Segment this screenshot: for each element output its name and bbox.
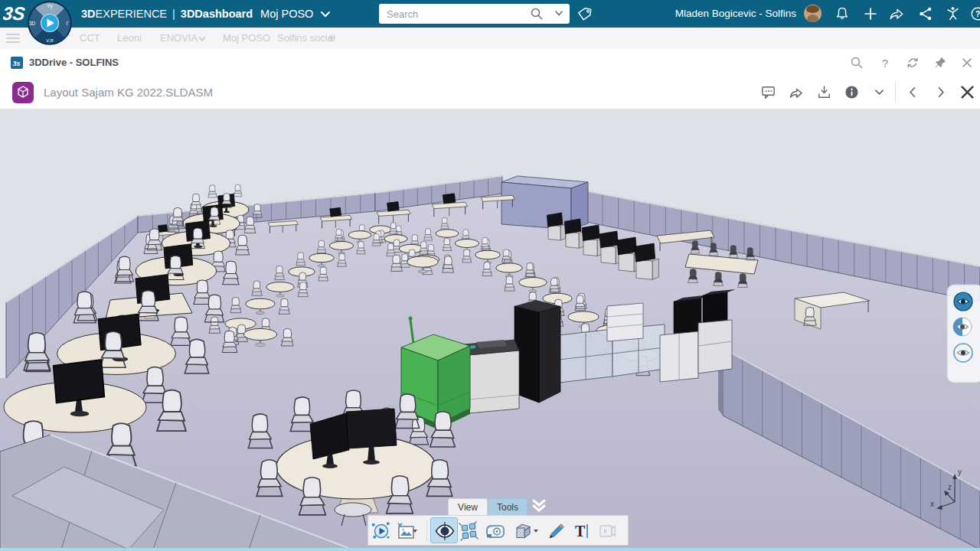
share-icon[interactable] xyxy=(788,84,804,100)
tab-enovia-chevron-icon[interactable] xyxy=(198,36,207,42)
section-dropdown-caret-icon[interactable] xyxy=(534,530,538,533)
tab-cct[interactable]: CCT xyxy=(80,28,100,49)
svg-text:i': i' xyxy=(67,21,69,26)
bottom-edge-strip xyxy=(0,548,980,551)
file-title-bar: Layout Sajam KG 2022.SLDASM xyxy=(0,76,980,109)
svg-text:3s: 3s xyxy=(13,60,21,67)
markup-pencil-icon[interactable] xyxy=(547,521,567,541)
share-forward-icon[interactable] xyxy=(888,5,905,22)
3ds-logo-icon[interactable]: 3S xyxy=(3,2,29,24)
app-close-icon[interactable] xyxy=(960,56,974,70)
3d-viewport[interactable]: yzx View Tools T xyxy=(0,109,980,548)
eye-icon xyxy=(434,520,456,542)
brand-3d: 3D xyxy=(81,8,96,20)
divider xyxy=(895,82,896,103)
download-icon[interactable] xyxy=(816,84,832,100)
svg-text:?: ? xyxy=(882,57,888,70)
svg-text:y: y xyxy=(958,468,962,476)
hide-show-button[interactable] xyxy=(430,517,458,543)
toolbar-separator xyxy=(426,520,427,541)
app-help-icon[interactable]: ? xyxy=(878,56,892,70)
app-search-icon[interactable] xyxy=(850,56,864,70)
svg-text:3D: 3D xyxy=(29,21,36,26)
refresh-icon[interactable] xyxy=(906,56,920,70)
svg-text:?: ? xyxy=(975,10,980,18)
fit-all-icon[interactable] xyxy=(459,521,479,541)
brand-divider: | xyxy=(172,8,175,20)
3d-scene: yzx xyxy=(0,109,980,548)
toolbar-collapse-chevron-icon[interactable] xyxy=(529,497,549,515)
add-tab-button[interactable]: + xyxy=(328,28,335,49)
notifications-bell-icon[interactable] xyxy=(834,5,851,22)
help-circle-icon[interactable]: ? xyxy=(969,5,980,22)
brand-title: 3DEXPERIENCE|3DDashboardMoj POSO xyxy=(81,0,331,28)
tab-enovia[interactable]: ENOVIA xyxy=(160,28,198,49)
top-bar: 3S Yy 3D i' V,R 3DEXPERIENCE|3DDashboard… xyxy=(0,0,980,28)
file-cube-icon xyxy=(12,82,34,103)
section-icon[interactable] xyxy=(513,521,533,541)
toolbar-tab-tools[interactable]: Tools xyxy=(488,498,528,515)
user-name[interactable]: Mladen Bogicevic - Solfins xyxy=(675,0,796,28)
3dcompass-icon[interactable]: Yy 3D i' V,R xyxy=(28,1,72,45)
next-icon[interactable] xyxy=(933,84,949,100)
chevron-down-icon[interactable] xyxy=(320,11,331,18)
search-icon[interactable] xyxy=(530,7,544,21)
tab-moj-poso[interactable]: Moj POSO xyxy=(223,28,270,49)
menu-hamburger-icon[interactable] xyxy=(6,34,20,43)
share-nodes-icon[interactable] xyxy=(917,5,934,22)
file-name: Layout Sajam KG 2022.SLDASM xyxy=(44,76,213,109)
capture-dropdown-caret-icon[interactable] xyxy=(413,530,417,533)
communities-person-icon[interactable] xyxy=(945,5,962,22)
tab-leoni[interactable]: Leoni xyxy=(117,28,142,49)
3dexperience-window: 3S Yy 3D i' V,R 3DEXPERIENCE|3DDashboard… xyxy=(0,0,980,551)
comments-icon[interactable] xyxy=(760,84,776,100)
app-name: 3DDashboard xyxy=(181,8,253,20)
svg-text:3S: 3S xyxy=(3,3,26,24)
dashboard-tab-row: CCT Leoni ENOVIA Moj POSO Solfins social… xyxy=(0,28,980,50)
search-box xyxy=(379,4,570,24)
play-ambience-icon[interactable] xyxy=(371,521,391,541)
previous-icon[interactable] xyxy=(905,84,921,100)
tab-solfins-social[interactable]: Solfins social xyxy=(277,28,335,49)
add-icon[interactable] xyxy=(862,5,879,22)
tag-icon[interactable] xyxy=(576,5,593,22)
avatar[interactable] xyxy=(804,5,822,22)
search-options-chevron-icon[interactable] xyxy=(554,10,564,17)
svg-text:T: T xyxy=(575,523,586,540)
measure-icon[interactable] xyxy=(485,521,505,541)
info-icon[interactable] xyxy=(844,84,860,100)
toolbar-tab-view[interactable]: View xyxy=(448,498,488,515)
svg-text:Yy: Yy xyxy=(47,3,54,9)
app-title: 3DDrive - SOLFINS xyxy=(29,49,119,76)
text-annotation-icon[interactable]: T xyxy=(572,521,592,541)
svg-text:z: z xyxy=(948,483,952,491)
brand-experience: EXPERIENCE xyxy=(96,8,167,20)
expand-chevron-icon[interactable] xyxy=(871,84,887,100)
svg-text:x: x xyxy=(930,500,934,508)
viewer-toolbar: T xyxy=(368,515,629,546)
close-viewer-icon[interactable] xyxy=(959,83,976,101)
pin-icon[interactable] xyxy=(933,56,947,70)
presentation-disabled-icon xyxy=(597,521,617,541)
3ddrive-app-icon: 3s xyxy=(11,57,23,69)
app-title-bar: 3s 3DDrive - SOLFINS ? xyxy=(0,49,980,77)
svg-text:V,R: V,R xyxy=(46,38,54,43)
dashboard-name[interactable]: Moj POSO xyxy=(260,8,313,20)
